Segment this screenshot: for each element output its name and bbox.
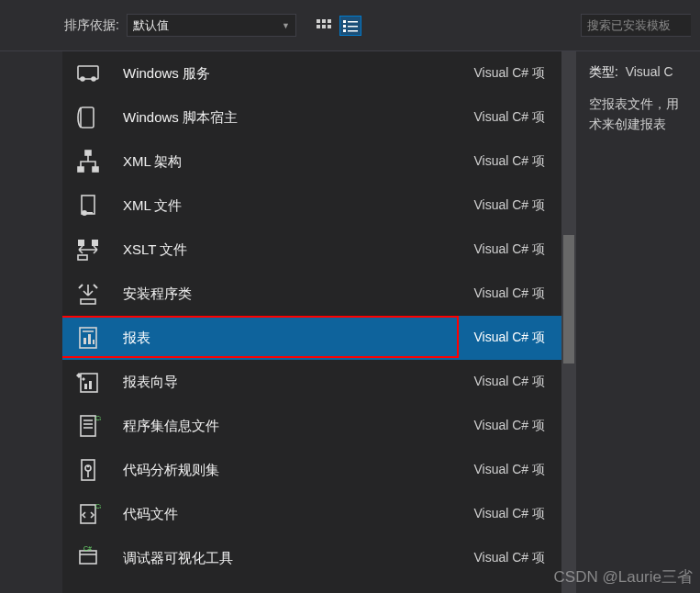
svg-rect-7 (348, 21, 358, 23)
template-item-language: Visual C# 项 (473, 374, 545, 390)
template-item[interactable]: Windows 脚本宿主Visual C# 项 (62, 95, 576, 140)
template-item-language: Visual C# 项 (473, 197, 545, 214)
sort-by-value: 默认值 (133, 17, 169, 34)
svg-rect-33 (89, 381, 92, 389)
chevron-down-icon: ▼ (282, 21, 290, 30)
template-item[interactable]: 报表向导Visual C# 项 (62, 360, 576, 404)
template-item-language: Visual C# 项 (473, 65, 545, 82)
svg-rect-25 (81, 299, 95, 304)
template-item-language: Visual C# 项 (473, 506, 545, 522)
template-list-pane: Windows 服务Visual C# 项Windows 脚本宿主Visual … (62, 51, 576, 593)
xml-file-icon (73, 191, 103, 220)
svg-rect-9 (348, 26, 358, 28)
xslt-file-icon (73, 235, 103, 264)
scrollbar-track[interactable] (561, 51, 576, 593)
svg-rect-18 (93, 167, 98, 172)
svg-point-41 (87, 465, 89, 467)
template-item-language: Visual C# 项 (473, 550, 545, 566)
svg-rect-15 (81, 107, 94, 128)
svg-rect-24 (78, 255, 87, 260)
template-item-label: XML 文件 (123, 197, 473, 215)
svg-rect-4 (322, 25, 326, 28)
installer-icon (73, 279, 103, 308)
template-item[interactable]: C#代码文件Visual C# 项 (62, 492, 576, 536)
template-item[interactable]: C#程序集信息文件Visual C# 项 (62, 404, 576, 448)
details-type-value: Visual C (626, 64, 673, 79)
template-item-language: Visual C# 项 (473, 109, 545, 126)
svg-rect-32 (84, 384, 87, 389)
svg-rect-29 (93, 340, 94, 344)
template-item-label: Windows 脚本宿主 (123, 109, 473, 127)
svg-rect-3 (317, 25, 320, 28)
template-item-label: XML 架构 (123, 153, 473, 171)
template-item-label: 代码文件 (123, 506, 473, 523)
template-item-label: 调试器可视化工具 (123, 550, 473, 567)
svg-rect-5 (328, 25, 331, 28)
template-item[interactable]: 安装程序类Visual C# 项 (62, 272, 576, 316)
scrollbar-thumb[interactable] (563, 235, 574, 364)
svg-rect-44 (80, 551, 96, 564)
details-pane: 类型: Visual C 空报表文件，用 术来创建报表 (576, 51, 700, 593)
svg-rect-16 (85, 151, 91, 155)
svg-rect-28 (88, 334, 91, 344)
list-view-button[interactable] (339, 16, 361, 36)
code-file-icon: C# (73, 499, 103, 529)
template-item[interactable]: XML 文件Visual C# 项 (62, 184, 576, 228)
grid-icon (317, 19, 331, 32)
template-item-label: 代码分析规则集 (123, 462, 473, 479)
svg-rect-1 (322, 19, 326, 23)
view-mode-toggle (313, 16, 361, 36)
xml-schema-icon (73, 147, 103, 176)
svg-point-13 (81, 77, 84, 81)
svg-rect-22 (78, 240, 84, 246)
template-item[interactable]: C#调试器可视化工具Visual C# 项 (62, 536, 576, 580)
template-item[interactable]: XSLT 文件Visual C# 项 (62, 228, 576, 272)
template-item-language: Visual C# 项 (473, 418, 545, 434)
template-item-label: 报表 (123, 330, 473, 347)
toolbar: 排序依据: 默认值 ▼ 搜索已安装模板 (0, 0, 700, 51)
svg-rect-34 (81, 416, 95, 436)
report-wizard-icon (73, 367, 103, 397)
template-item-language: Visual C# 项 (473, 241, 545, 258)
svg-rect-21 (87, 212, 93, 214)
svg-rect-8 (343, 25, 346, 28)
list-icon (343, 19, 358, 32)
sort-by-label: 排序依据: (64, 17, 119, 34)
svg-rect-27 (83, 338, 86, 344)
svg-rect-17 (78, 167, 83, 172)
svg-rect-11 (348, 30, 358, 32)
search-placeholder: 搜索已安装模板 (587, 17, 671, 34)
template-item[interactable]: XML 架构Visual C# 项 (62, 140, 576, 184)
svg-text:C#: C# (95, 415, 101, 421)
template-item-language: Visual C# 项 (473, 462, 545, 478)
template-item-label: 程序集信息文件 (123, 418, 473, 435)
ruleset-icon (73, 455, 103, 485)
template-item[interactable]: 代码分析规则集Visual C# 项 (62, 448, 576, 492)
winservice-icon (73, 59, 103, 88)
script-host-icon (73, 103, 103, 132)
template-item-language: Visual C# 项 (473, 330, 545, 346)
template-item-label: Windows 服务 (123, 65, 473, 83)
svg-text:C#: C# (95, 503, 101, 509)
details-description: 空报表文件，用 术来创建报表 (589, 94, 691, 135)
template-item-label: 报表向导 (123, 374, 473, 391)
sort-by-select[interactable]: 默认值 ▼ (127, 14, 296, 37)
svg-rect-0 (317, 19, 320, 23)
search-input[interactable]: 搜索已安装模板 (581, 14, 691, 37)
svg-point-20 (82, 210, 87, 216)
report-icon (73, 323, 103, 352)
left-gutter (0, 51, 62, 593)
svg-text:C#: C# (83, 545, 92, 552)
details-type-line: 类型: Visual C (589, 64, 691, 81)
svg-rect-6 (343, 20, 346, 23)
assembly-info-icon: C# (73, 411, 103, 441)
content-area: Windows 服务Visual C# 项Windows 脚本宿主Visual … (0, 51, 700, 593)
visualizer-icon: C# (73, 543, 103, 573)
svg-rect-2 (328, 19, 331, 23)
template-item[interactable]: 报表Visual C# 项 (62, 316, 576, 360)
grid-view-button[interactable] (313, 16, 335, 36)
template-item-label: XSLT 文件 (123, 241, 473, 259)
template-item[interactable]: Windows 服务Visual C# 项 (62, 51, 576, 95)
svg-point-14 (92, 77, 95, 81)
svg-rect-23 (92, 240, 98, 246)
